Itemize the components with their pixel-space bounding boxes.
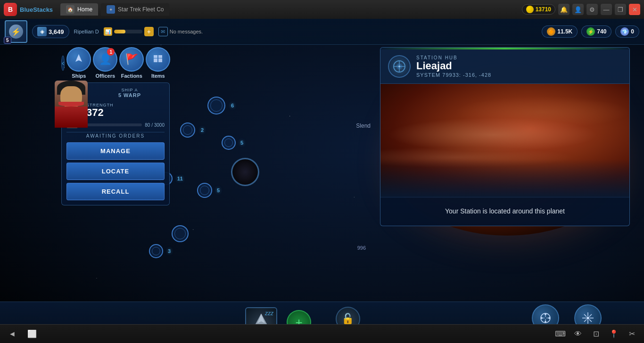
nav-row: ‹ Ships 👤 1 Officers 🚩 Factions xyxy=(61,47,170,79)
station-description: Your Station is located around this plan… xyxy=(380,197,629,226)
xp-bar-container xyxy=(114,30,142,33)
station-image-area xyxy=(380,84,629,197)
game-tab[interactable]: ✦ Star Trek Fleet Co xyxy=(101,3,169,16)
officer-portrait-bg xyxy=(55,81,88,128)
ship-name-label: SHIP A xyxy=(95,88,165,92)
allegiance-display: Ripellian D xyxy=(74,29,99,34)
ship-card: SHIP A 5 WARP ✦ STRENGTH 372 xyxy=(61,82,170,205)
svg-rect-0 xyxy=(154,58,157,62)
xp-icon: 📊 xyxy=(104,27,112,36)
player-level: 5 xyxy=(4,37,11,44)
home-icon: 🏠 xyxy=(66,5,74,14)
titlebar-controls: 13710 🔔 👤 ⚙ — ❐ ✕ xyxy=(522,4,640,15)
tritanium-icon: ⚡ xyxy=(586,27,595,36)
manage-btn[interactable]: MANAGE xyxy=(66,142,165,160)
tritanium-chip: ⚡ 740 xyxy=(581,25,611,38)
settings-btn[interactable]: ⚙ xyxy=(586,4,598,15)
svg-point-11 xyxy=(548,317,550,319)
minimize-btn[interactable]: — xyxy=(601,4,612,15)
messages-icon: ✉ xyxy=(158,27,168,36)
station-coords: SYSTEM 79933: -316, -428 xyxy=(416,72,622,78)
svg-rect-3 xyxy=(158,55,162,58)
svg-line-24 xyxy=(589,319,592,322)
station-header: STATION HUB Lieajad SYSTEM 79933: -316, … xyxy=(380,49,629,84)
ships-icon xyxy=(66,47,91,72)
sys-right: ⌨ 👁 ⊡ 📍 ✂ xyxy=(553,327,639,342)
screenshot-sys-btn[interactable]: ⊡ xyxy=(588,327,603,342)
home-sys-btn[interactable]: ⬜ xyxy=(25,327,40,342)
svg-line-26 xyxy=(584,319,586,322)
items-nav-btn[interactable]: Items xyxy=(146,47,170,79)
allegiance-text: Ripellian D xyxy=(74,29,99,34)
cut-sys-btn[interactable]: ✂ xyxy=(624,327,639,342)
power-icon: ◈ xyxy=(37,27,47,36)
xp-plus-btn[interactable]: + xyxy=(144,27,154,36)
keyboard-sys-btn[interactable]: ⌨ xyxy=(553,327,568,342)
home-tab[interactable]: 🏠 Home xyxy=(60,3,98,16)
credits-value: 11.5K xyxy=(557,28,572,35)
nav-back-btn[interactable]: ‹ xyxy=(61,56,65,71)
svg-point-8 xyxy=(398,65,400,67)
status-row: AWAITING ORDERS xyxy=(66,132,165,139)
credits-icon: 🔶 xyxy=(547,27,555,36)
xp-bar: 📊 + xyxy=(104,27,154,36)
game-area: ⚡ 5 ◈ 3,649 Ripellian D 📊 + ✉ No message… xyxy=(0,19,644,343)
notification-btn[interactable]: 🔔 xyxy=(558,4,570,15)
items-icon xyxy=(146,47,170,72)
officer-collar xyxy=(58,102,84,106)
system-bar: ◄ ⬜ ⌨ 👁 ⊡ 📍 ✂ xyxy=(0,324,644,343)
dilithium-chip: 💎 0 xyxy=(615,25,639,38)
coin-icon xyxy=(526,6,534,13)
officers-label: Officers xyxy=(96,73,116,79)
svg-point-10 xyxy=(545,313,546,315)
svg-rect-2 xyxy=(154,55,157,58)
user-btn[interactable]: 👤 xyxy=(572,4,584,15)
power-value: 3,649 xyxy=(49,28,64,35)
svg-point-18 xyxy=(586,317,589,319)
location-sys-btn[interactable]: 📍 xyxy=(606,327,621,342)
restore-btn[interactable]: ❐ xyxy=(615,4,626,15)
ship-name-row: SHIP A 5 WARP xyxy=(95,88,165,98)
svg-line-25 xyxy=(589,314,592,317)
messages-text: No messages. xyxy=(170,29,203,34)
left-panel: ‹ Ships 👤 1 Officers 🚩 Factions xyxy=(61,47,170,205)
back-sys-btn[interactable]: ◄ xyxy=(5,327,20,342)
messages-display: ✉ No messages. xyxy=(158,27,203,36)
factions-icon: 🚩 xyxy=(119,47,144,72)
close-btn[interactable]: ✕ xyxy=(629,4,640,15)
xp-bar-fill xyxy=(114,30,125,33)
station-planet-preview xyxy=(380,84,629,197)
top-hud: ⚡ 5 ◈ 3,649 Ripellian D 📊 + ✉ No message… xyxy=(0,19,644,45)
svg-point-12 xyxy=(545,321,546,323)
bluestacks-logo: B xyxy=(4,3,17,16)
coord-996-label: 996 xyxy=(357,245,366,251)
ships-nav-btn[interactable]: Ships xyxy=(66,47,91,79)
ship-status: AWAITING ORDERS xyxy=(66,132,165,139)
officers-nav-btn[interactable]: 👤 1 Officers xyxy=(93,47,117,79)
locate-btn[interactable]: LOCATE xyxy=(66,163,165,180)
coins-display: 13710 xyxy=(522,4,555,15)
svg-point-13 xyxy=(541,317,543,319)
game-icon: ✦ xyxy=(107,5,115,14)
eye-sys-btn[interactable]: 👁 xyxy=(570,327,586,342)
resources-row: 🔶 11.5K ⚡ 740 💎 0 xyxy=(542,25,639,38)
zzz-icon: zzz xyxy=(265,310,273,317)
station-desc-text: Your Station is located around this plan… xyxy=(390,207,620,216)
factions-nav-btn[interactable]: 🚩 Factions xyxy=(119,47,144,79)
titlebar-tabs: 🏠 Home ✦ Star Trek Fleet Co xyxy=(57,3,518,16)
officer-uniform xyxy=(55,106,88,128)
factions-label: Factions xyxy=(121,73,142,79)
dilithium-value: 0 xyxy=(631,28,634,35)
coins-value: 13710 xyxy=(536,6,551,13)
credits-chip: 🔶 11.5K xyxy=(542,25,578,38)
svg-rect-1 xyxy=(158,58,162,62)
tritanium-value: 740 xyxy=(597,28,606,35)
ships-label: Ships xyxy=(72,73,86,79)
station-hub-icon xyxy=(388,55,411,78)
player-avatar[interactable]: ⚡ 5 xyxy=(5,20,27,43)
dilithium-icon: 💎 xyxy=(620,27,629,36)
ship-name: 5 WARP xyxy=(95,92,165,98)
power-display: ◈ 3,649 xyxy=(32,25,69,38)
svg-line-23 xyxy=(584,314,586,317)
recall-btn[interactable]: RECALL xyxy=(66,183,165,200)
